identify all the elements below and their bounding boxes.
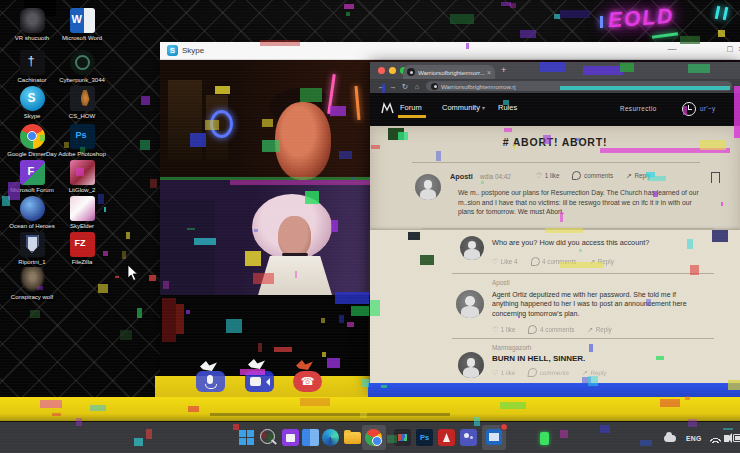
- desktop-icon-riportni[interactable]: Riportni_1: [6, 232, 58, 266]
- chrome-taskbar-button[interactable]: [362, 425, 386, 450]
- desktop-icon-ocean[interactable]: Ocean of Heroes: [6, 196, 58, 230]
- cloud-icon: [664, 435, 676, 442]
- home-icon[interactable]: ⌂: [411, 82, 423, 91]
- comments-button[interactable]: 4 comments: [528, 325, 574, 334]
- skype-titlebar[interactable]: S Skype — □ ×: [160, 42, 740, 60]
- tab-rules[interactable]: Rules: [498, 103, 517, 112]
- minimize-button[interactable]: —: [665, 44, 679, 54]
- bar-shelf: [168, 80, 202, 160]
- share-icon: ↗: [582, 369, 589, 377]
- share-icon: ↗: [626, 172, 632, 180]
- new-tab-button[interactable]: +: [501, 65, 506, 75]
- desktop-icon-wolf[interactable]: Conspiracy wolf: [6, 267, 58, 301]
- desktop-icon-cachinator[interactable]: Cachinator: [6, 50, 58, 84]
- volume-tray-icon[interactable]: [724, 422, 729, 453]
- like-button[interactable]: ♡1 like: [492, 369, 516, 377]
- heart-icon: ♡: [492, 326, 498, 334]
- teams-app-icon[interactable]: [460, 429, 477, 446]
- forum-app-icon: [20, 160, 45, 185]
- desktop-icon-forum[interactable]: Microsoft Forum: [6, 160, 58, 194]
- desktop-icon-litglow[interactable]: LitGlow_2: [56, 160, 108, 194]
- skype-app-icon: [20, 86, 45, 111]
- word-app-icon: [70, 8, 95, 33]
- desktop-icon-cs-how[interactable]: CS_HOW: [56, 86, 108, 120]
- end-call-button[interactable]: ☎: [293, 371, 322, 392]
- reload-icon[interactable]: ↻: [399, 82, 411, 91]
- windows-logo-icon: [239, 430, 246, 437]
- like-button[interactable]: ♡1 like: [492, 326, 515, 334]
- like-button[interactable]: ♡Like 4: [492, 258, 518, 266]
- onedrive-tray-icon[interactable]: [664, 422, 676, 453]
- close-traffic-light[interactable]: [378, 67, 385, 74]
- desktop-icon-word[interactable]: Microsoft Word: [56, 8, 108, 42]
- comments-button[interactable]: 4 comments: [531, 257, 577, 266]
- forward-icon[interactable]: →: [387, 82, 399, 91]
- file-explorer-icon[interactable]: [344, 432, 361, 444]
- neon-fragment: [600, 16, 603, 28]
- litglow-app-icon: [70, 160, 95, 185]
- post-author[interactable]: Apostl: [450, 172, 473, 181]
- minimize-traffic-light[interactable]: [389, 67, 396, 74]
- desktop-icon-vr[interactable]: VR shucuoth: [6, 8, 58, 42]
- heart-icon: ♡: [492, 258, 498, 266]
- forum-logo-icon: [380, 101, 395, 116]
- vr-app-icon: [20, 8, 45, 33]
- post-actions: ♡Like 4 4 comments ↗Reply: [492, 257, 614, 266]
- photoshop-taskbar-icon[interactable]: Ps: [416, 429, 433, 446]
- desktop-icon-chrome[interactable]: Google DinnerDay: [6, 124, 58, 158]
- close-button[interactable]: ×: [734, 44, 740, 54]
- desktop-icon-skype[interactable]: Skype: [6, 86, 58, 120]
- battery-tray-icon[interactable]: [733, 422, 740, 453]
- comments-button[interactable]: comments: [572, 171, 613, 180]
- bookmark-icon[interactable]: [711, 172, 720, 183]
- divider: [422, 228, 714, 229]
- green-glitch-icon: [540, 432, 549, 445]
- photoshop-app-icon: [70, 124, 95, 149]
- wifi-tray-icon[interactable]: [710, 422, 721, 453]
- desktop-icon-skyelder[interactable]: SkyElder: [56, 196, 108, 230]
- browser-tabstrip[interactable]: Warriorsofbrightermorr... × +: [370, 62, 740, 79]
- comment-icon: [528, 325, 537, 334]
- desktop-icon-photoshop[interactable]: Adobe Photoshop: [56, 124, 108, 158]
- reply-button[interactable]: ↗Reply: [589, 258, 613, 266]
- like-button[interactable]: ♡1 like: [536, 172, 559, 180]
- post-author[interactable]: Marmagazorh: [492, 344, 531, 351]
- outlook-taskbar-button[interactable]: [482, 425, 506, 450]
- reply-button[interactable]: ↗Reply: [626, 172, 650, 180]
- tab-close-icon[interactable]: ×: [487, 69, 491, 76]
- caller2-face: [278, 216, 311, 258]
- reply-button[interactable]: ↗Reply: [587, 326, 611, 334]
- edge-browser-icon[interactable]: [322, 429, 339, 446]
- adobe-app-icon[interactable]: [438, 429, 455, 446]
- store-app-icon[interactable]: [282, 429, 299, 446]
- mute-microphone-button[interactable]: [196, 371, 225, 392]
- post-body: Who are you? How did you access this acc…: [492, 238, 707, 248]
- thread-title: # ABORT! ABORT!: [370, 136, 740, 148]
- photos-app-icon[interactable]: [394, 429, 411, 446]
- divider: [412, 162, 700, 163]
- language-indicator[interactable]: ENG: [686, 422, 702, 453]
- chrome-app-icon: [20, 124, 45, 149]
- caller2-choker: [282, 253, 308, 256]
- post-body: BURN IN HELL, SINNER.: [492, 354, 712, 364]
- comments-button[interactable]: comments: [528, 368, 569, 377]
- tab-community[interactable]: Community ▾: [442, 103, 485, 112]
- caller1-face: [275, 102, 331, 180]
- desktop-icon-cyberpunk[interactable]: Cyberpunk_3044: [56, 50, 108, 84]
- desktop-icon-filezilla[interactable]: FileZilla: [56, 232, 108, 266]
- mail-app-icon[interactable]: [302, 429, 319, 446]
- address-bar[interactable]: Warriorsofbrightermorrow.rj: [426, 81, 732, 91]
- back-icon[interactable]: ←: [375, 82, 387, 91]
- reply-button[interactable]: ↗Reply: [582, 369, 607, 377]
- post-author[interactable]: Apostl: [492, 279, 510, 286]
- start-button[interactable]: [238, 429, 255, 446]
- tab-forum[interactable]: Forum: [400, 103, 422, 112]
- search-icon[interactable]: [260, 429, 275, 444]
- share-icon: ↗: [589, 258, 595, 266]
- toggle-camera-button[interactable]: [245, 371, 274, 392]
- site-favicon: [407, 68, 415, 76]
- avatar: [415, 174, 441, 200]
- shield-app-icon: [20, 232, 45, 257]
- desktop-icon-label: VR shucuoth: [6, 35, 58, 42]
- browser-tab[interactable]: Warriorsofbrightermorr... ×: [403, 65, 495, 79]
